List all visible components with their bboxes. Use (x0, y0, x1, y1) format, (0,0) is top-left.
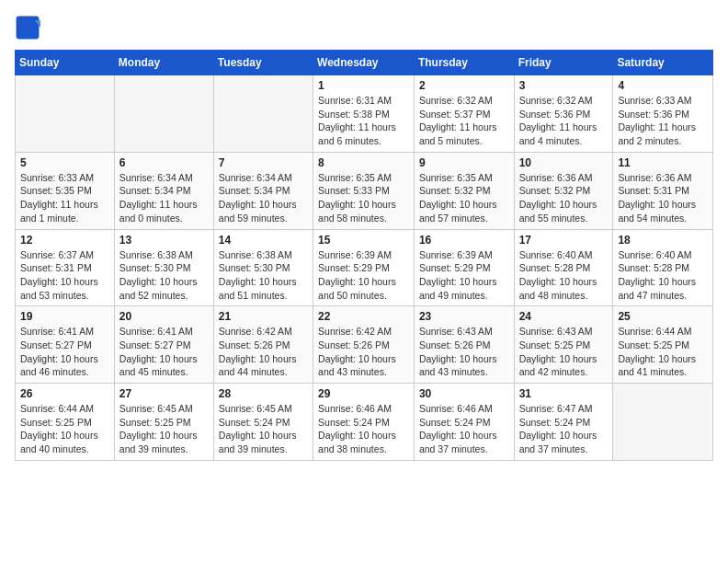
day-info: Sunrise: 6:39 AMSunset: 5:29 PMDaylight:… (419, 248, 509, 303)
calendar-cell: 8Sunrise: 6:35 AMSunset: 5:33 PMDaylight… (313, 152, 415, 229)
calendar-header-row: SundayMondayTuesdayWednesdayThursdayFrid… (16, 51, 713, 75)
svg-rect-0 (17, 17, 40, 40)
day-number: 20 (119, 310, 209, 323)
day-header-friday: Friday (514, 51, 613, 75)
day-info: Sunrise: 6:41 AMSunset: 5:27 PMDaylight:… (20, 325, 109, 379)
calendar-cell: 30Sunrise: 6:46 AMSunset: 5:24 PMDayligh… (414, 384, 514, 461)
day-info: Sunrise: 6:39 AMSunset: 5:29 PMDaylight:… (318, 248, 409, 303)
calendar-cell: 31Sunrise: 6:47 AMSunset: 5:24 PMDayligh… (514, 384, 613, 461)
calendar-cell: 1Sunrise: 6:31 AMSunset: 5:38 PMDaylight… (313, 75, 415, 153)
calendar-cell: 24Sunrise: 6:43 AMSunset: 5:25 PMDayligh… (514, 306, 613, 384)
day-info: Sunrise: 6:45 AMSunset: 5:25 PMDaylight:… (119, 402, 209, 456)
calendar-cell: 27Sunrise: 6:45 AMSunset: 5:25 PMDayligh… (114, 384, 213, 461)
day-number: 14 (219, 234, 308, 247)
day-info: Sunrise: 6:36 AMSunset: 5:31 PMDaylight:… (618, 171, 708, 225)
logo (15, 15, 44, 40)
day-number: 15 (318, 234, 409, 247)
calendar-cell: 10Sunrise: 6:36 AMSunset: 5:32 PMDayligh… (514, 152, 613, 229)
day-number: 7 (219, 156, 308, 169)
day-number: 22 (318, 310, 409, 323)
calendar-cell: 4Sunrise: 6:33 AMSunset: 5:36 PMDaylight… (613, 75, 713, 153)
week-row-1: 5Sunrise: 6:33 AMSunset: 5:35 PMDaylight… (16, 152, 713, 229)
day-number: 16 (419, 234, 509, 247)
week-row-3: 19Sunrise: 6:41 AMSunset: 5:27 PMDayligh… (16, 306, 713, 384)
calendar-cell: 12Sunrise: 6:37 AMSunset: 5:31 PMDayligh… (16, 229, 115, 306)
day-number: 29 (318, 387, 409, 400)
day-info: Sunrise: 6:37 AMSunset: 5:31 PMDaylight:… (20, 248, 109, 303)
day-number: 2 (419, 79, 509, 92)
day-info: Sunrise: 6:34 AMSunset: 5:34 PMDaylight:… (119, 171, 209, 225)
calendar-cell: 17Sunrise: 6:40 AMSunset: 5:28 PMDayligh… (514, 229, 613, 306)
calendar-cell: 2Sunrise: 6:32 AMSunset: 5:37 PMDaylight… (414, 75, 514, 153)
day-header-thursday: Thursday (414, 51, 514, 75)
day-number: 6 (119, 156, 209, 169)
calendar-cell (16, 75, 115, 153)
calendar-cell: 6Sunrise: 6:34 AMSunset: 5:34 PMDaylight… (114, 152, 213, 229)
calendar-cell: 3Sunrise: 6:32 AMSunset: 5:36 PMDaylight… (514, 75, 613, 153)
day-info: Sunrise: 6:35 AMSunset: 5:32 PMDaylight:… (419, 171, 509, 225)
day-number: 10 (519, 156, 609, 169)
day-number: 4 (618, 79, 708, 92)
day-number: 23 (419, 310, 509, 323)
day-header-monday: Monday (114, 51, 213, 75)
day-number: 24 (519, 310, 609, 323)
day-info: Sunrise: 6:42 AMSunset: 5:26 PMDaylight:… (318, 325, 409, 379)
day-number: 30 (419, 387, 509, 400)
day-info: Sunrise: 6:33 AMSunset: 5:35 PMDaylight:… (20, 171, 109, 225)
calendar-cell (114, 75, 213, 153)
day-number: 19 (20, 310, 109, 323)
day-header-sunday: Sunday (16, 51, 115, 75)
calendar-cell: 29Sunrise: 6:46 AMSunset: 5:24 PMDayligh… (313, 384, 415, 461)
logo-icon (15, 15, 40, 40)
day-info: Sunrise: 6:44 AMSunset: 5:25 PMDaylight:… (618, 325, 708, 379)
day-info: Sunrise: 6:46 AMSunset: 5:24 PMDaylight:… (318, 402, 409, 456)
day-info: Sunrise: 6:40 AMSunset: 5:28 PMDaylight:… (519, 248, 609, 303)
day-number: 9 (419, 156, 509, 169)
day-info: Sunrise: 6:43 AMSunset: 5:25 PMDaylight:… (519, 325, 609, 379)
calendar-cell: 19Sunrise: 6:41 AMSunset: 5:27 PMDayligh… (16, 306, 115, 384)
calendar-cell: 5Sunrise: 6:33 AMSunset: 5:35 PMDaylight… (16, 152, 115, 229)
day-number: 26 (20, 387, 109, 400)
day-info: Sunrise: 6:36 AMSunset: 5:32 PMDaylight:… (519, 171, 609, 225)
day-info: Sunrise: 6:47 AMSunset: 5:24 PMDaylight:… (519, 402, 609, 456)
day-number: 17 (519, 234, 609, 247)
day-info: Sunrise: 6:46 AMSunset: 5:24 PMDaylight:… (419, 402, 509, 456)
day-number: 1 (318, 79, 409, 92)
day-info: Sunrise: 6:33 AMSunset: 5:36 PMDaylight:… (618, 94, 708, 148)
day-number: 18 (618, 234, 708, 247)
calendar-cell: 9Sunrise: 6:35 AMSunset: 5:32 PMDaylight… (414, 152, 514, 229)
calendar-cell: 22Sunrise: 6:42 AMSunset: 5:26 PMDayligh… (313, 306, 415, 384)
calendar-cell: 7Sunrise: 6:34 AMSunset: 5:34 PMDaylight… (213, 152, 313, 229)
calendar-table: SundayMondayTuesdayWednesdayThursdayFrid… (15, 50, 713, 461)
day-header-wednesday: Wednesday (313, 51, 415, 75)
day-info: Sunrise: 6:38 AMSunset: 5:30 PMDaylight:… (119, 248, 209, 303)
calendar-cell: 25Sunrise: 6:44 AMSunset: 5:25 PMDayligh… (613, 306, 713, 384)
calendar-cell (613, 384, 713, 461)
calendar-cell: 28Sunrise: 6:45 AMSunset: 5:24 PMDayligh… (213, 384, 313, 461)
day-number: 25 (618, 310, 708, 323)
day-number: 13 (119, 234, 209, 247)
week-row-2: 12Sunrise: 6:37 AMSunset: 5:31 PMDayligh… (16, 229, 713, 306)
day-info: Sunrise: 6:34 AMSunset: 5:34 PMDaylight:… (219, 171, 308, 225)
day-info: Sunrise: 6:38 AMSunset: 5:30 PMDaylight:… (219, 248, 308, 303)
day-info: Sunrise: 6:44 AMSunset: 5:25 PMDaylight:… (20, 402, 109, 456)
day-number: 8 (318, 156, 409, 169)
day-info: Sunrise: 6:41 AMSunset: 5:27 PMDaylight:… (119, 325, 209, 379)
day-number: 12 (20, 234, 109, 247)
calendar-cell: 16Sunrise: 6:39 AMSunset: 5:29 PMDayligh… (414, 229, 514, 306)
day-number: 28 (219, 387, 308, 400)
calendar-cell (213, 75, 313, 153)
day-number: 5 (20, 156, 109, 169)
week-row-4: 26Sunrise: 6:44 AMSunset: 5:25 PMDayligh… (16, 384, 713, 461)
page-header (15, 15, 713, 40)
day-info: Sunrise: 6:45 AMSunset: 5:24 PMDaylight:… (219, 402, 308, 456)
calendar-cell: 15Sunrise: 6:39 AMSunset: 5:29 PMDayligh… (313, 229, 415, 306)
day-number: 31 (519, 387, 609, 400)
day-header-saturday: Saturday (613, 51, 713, 75)
day-info: Sunrise: 6:32 AMSunset: 5:37 PMDaylight:… (419, 94, 509, 148)
calendar-cell: 21Sunrise: 6:42 AMSunset: 5:26 PMDayligh… (213, 306, 313, 384)
day-info: Sunrise: 6:35 AMSunset: 5:33 PMDaylight:… (318, 171, 409, 225)
day-number: 27 (119, 387, 209, 400)
calendar-cell: 26Sunrise: 6:44 AMSunset: 5:25 PMDayligh… (16, 384, 115, 461)
day-info: Sunrise: 6:32 AMSunset: 5:36 PMDaylight:… (519, 94, 609, 148)
